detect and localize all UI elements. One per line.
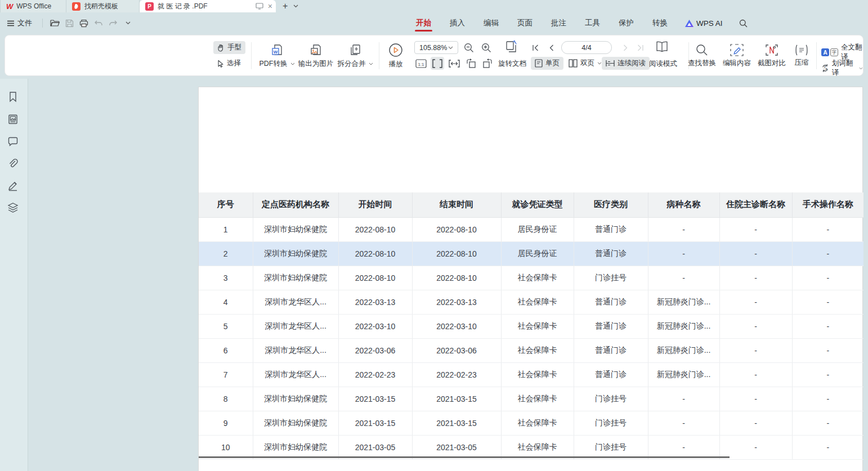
rotate-document-button[interactable]: 旋转文档	[498, 59, 526, 69]
table-row[interactable]: 6深圳市龙华区人...2022-03-062022-03-06社会保障卡普通门诊…	[199, 338, 863, 362]
table-cell: 深圳市妇幼保健院	[253, 241, 338, 266]
table-cell: 门诊挂号	[574, 387, 648, 411]
menu-edit[interactable]: 编辑	[482, 13, 500, 33]
column-header: 开始时间	[338, 192, 412, 217]
hand-tool-button[interactable]: 手型	[213, 41, 245, 54]
table-row[interactable]: 1深圳市妇幼保健院2022-08-102022-08-10居民身份证普通门诊--…	[199, 217, 863, 241]
table-row[interactable]: 8深圳市妇幼保健院2021-03-152021-03-15社会保障卡门诊挂号--…	[199, 387, 863, 411]
menu-search-icon[interactable]	[739, 19, 748, 28]
rotate-left-button[interactable]	[464, 57, 478, 70]
read-mode-icon-button[interactable]	[654, 40, 670, 53]
table-cell: 新冠肺炎门诊...	[648, 362, 719, 387]
replace-pages-button[interactable]	[503, 40, 520, 53]
table-cell: 门诊挂号	[574, 435, 648, 459]
pdf-convert-button[interactable]: W PDF转换	[257, 39, 297, 72]
attachment-icon[interactable]	[7, 158, 19, 169]
previous-page-button[interactable]	[544, 41, 558, 54]
print-icon[interactable]	[77, 16, 91, 30]
new-tab-icon[interactable]: +	[283, 2, 288, 11]
split-merge-button[interactable]: 拆分合并	[335, 39, 375, 72]
tab-pdf-document[interactable]: P 就 医 记 录 .PDF ×	[140, 0, 276, 12]
tab-list-chevron-icon[interactable]	[293, 5, 298, 8]
svg-text:W: W	[274, 50, 278, 55]
last-page-button[interactable]	[633, 41, 647, 54]
find-replace-button[interactable]: 查找替换	[683, 39, 721, 72]
table-cell: 社会保障卡	[501, 362, 574, 387]
file-menu-button[interactable]: 文件	[7, 18, 32, 28]
table-row[interactable]: 9深圳市妇幼保健院2021-03-152021-03-15社会保障卡门诊挂号--…	[199, 411, 863, 435]
bookmark-icon[interactable]	[7, 91, 19, 102]
table-cell: 7	[199, 362, 253, 387]
table-cell: 2022-08-10	[338, 241, 412, 266]
column-header: 病种名称	[648, 192, 719, 217]
thumbnails-icon[interactable]	[7, 114, 19, 125]
undo-icon[interactable]	[91, 16, 106, 30]
zoom-level-select[interactable]: 105.88%	[414, 41, 458, 54]
screenshot-compare-button[interactable]: 截图对比	[753, 39, 790, 72]
single-page-button[interactable]: 单页	[531, 57, 563, 70]
menu-protect[interactable]: 保护	[618, 13, 635, 33]
fit-page-icon	[449, 60, 460, 68]
rotate-right-button[interactable]	[481, 57, 494, 70]
compress-button[interactable]: 压缩	[788, 39, 815, 72]
monitor-icon[interactable]	[256, 3, 263, 10]
double-page-button[interactable]: 双页	[565, 57, 606, 70]
table-cell: -	[719, 362, 792, 387]
table-cell: 2022-03-10	[338, 314, 412, 338]
table-cell: 3	[199, 266, 253, 290]
comments-icon[interactable]	[7, 136, 19, 147]
menu-convert[interactable]: 转换	[651, 13, 669, 33]
table-row[interactable]: 4深圳市龙华区人...2022-03-132022-03-13社会保障卡普通门诊…	[199, 290, 863, 314]
first-page-button[interactable]	[529, 41, 542, 54]
table-cell: 2022-02-23	[338, 362, 412, 387]
chevron-down-icon	[597, 62, 602, 65]
menu-home[interactable]: 开始	[415, 13, 432, 33]
table-row[interactable]: 3深圳市妇幼保健院2022-08-102022-08-10社会保障卡门诊挂号--…	[199, 266, 863, 290]
menu-annotate[interactable]: 批注	[550, 13, 567, 33]
wps-ai-button[interactable]: WPS AI	[685, 19, 723, 28]
table-cell: -	[648, 411, 719, 435]
open-file-icon[interactable]	[47, 16, 62, 30]
table-row[interactable]: 2深圳市妇幼保健院2022-08-102022-08-10居民身份证普通门诊--…	[199, 241, 863, 266]
actual-size-button[interactable]: 1:1	[414, 57, 428, 70]
read-mode-button[interactable]: 阅读模式	[649, 59, 677, 69]
table-cell: 6	[199, 338, 253, 362]
menu-page[interactable]: 页面	[516, 13, 534, 33]
table-row[interactable]: 10深圳市妇幼保健院2021-03-052021-03-05社会保障卡门诊挂号-…	[199, 435, 863, 459]
signature-icon[interactable]	[7, 180, 19, 191]
menu-insert[interactable]: 插入	[449, 13, 466, 33]
page-number-input[interactable]: 4/4	[561, 41, 612, 54]
save-icon[interactable]	[62, 16, 77, 30]
column-header: 定点医药机构名称	[253, 192, 338, 217]
close-tab-icon[interactable]: ×	[268, 2, 272, 10]
docer-icon	[72, 2, 80, 11]
continuous-read-icon	[606, 60, 615, 67]
table-cell: 普通门诊	[574, 338, 648, 362]
zoom-out-button[interactable]	[462, 41, 476, 54]
select-tool-button[interactable]: 选择	[213, 57, 245, 70]
column-header: 医疗类别	[574, 192, 648, 217]
table-cell: 4	[199, 290, 253, 314]
layers-icon[interactable]	[7, 202, 19, 213]
table-cell: 深圳市龙华区人...	[253, 314, 338, 338]
redo-icon[interactable]	[106, 16, 120, 30]
fit-width-button[interactable]	[431, 57, 444, 70]
table-row[interactable]: 5深圳市龙华区人...2022-03-102022-03-10社会保障卡普通门诊…	[199, 314, 863, 338]
play-slideshow-button[interactable]: 播放	[382, 39, 409, 72]
export-as-image-button[interactable]: 输出为图片	[296, 39, 335, 72]
zoom-in-button[interactable]	[480, 41, 493, 54]
quickbar-customize-chevron-icon[interactable]	[120, 16, 135, 30]
word-translate-button[interactable]: 文A 划词翻译	[821, 59, 863, 78]
table-row[interactable]: 7深圳市龙华区人...2022-02-232022-02-23社会保障卡普通门诊…	[199, 362, 863, 387]
menu-tools[interactable]: 工具	[584, 13, 601, 33]
tab-label: 就 医 记 录 .PDF	[158, 2, 244, 11]
continuous-reading-button[interactable]: 连续阅读	[602, 57, 650, 70]
table-cell: 普通门诊	[574, 217, 648, 241]
tab-wps-office[interactable]: W WPS Office	[0, 0, 66, 12]
tab-docer-templates[interactable]: 找稻壳模板	[66, 0, 140, 12]
fit-page-button[interactable]	[448, 57, 461, 70]
horizontal-scrollbar-thumb[interactable]	[199, 456, 730, 458]
medical-records-table: 序号定点医药机构名称开始时间结束时间就诊凭证类型医疗类别病种名称住院主诊断名称手…	[199, 192, 863, 460]
edit-content-button[interactable]: 编辑内容	[718, 39, 755, 72]
next-page-button[interactable]	[619, 41, 632, 54]
